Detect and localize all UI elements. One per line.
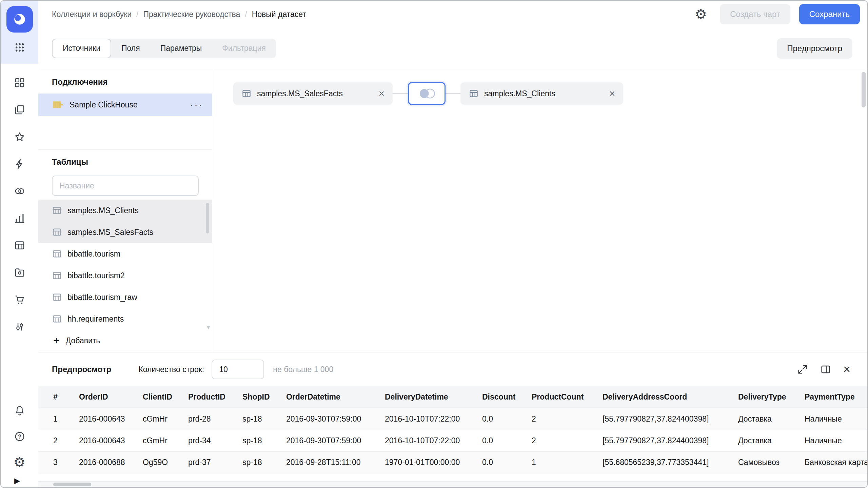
cell: 2 — [38, 430, 72, 451]
canvas-table-salesfacts[interactable]: samples.MS_SalesFacts × — [233, 82, 393, 105]
table-row: 3 2016-000688 Og59O prd-37 sp-18 2016-09… — [38, 451, 867, 473]
remove-table-icon[interactable]: × — [378, 88, 384, 99]
inner-join-icon — [414, 86, 440, 101]
window-vertical-scrollbar[interactable] — [862, 72, 866, 107]
column-header: # — [38, 386, 72, 408]
canvas-table-name: samples.MS_SalesFacts — [257, 89, 343, 98]
tab-parameters[interactable]: Параметры — [150, 39, 212, 58]
breadcrumb-collections[interactable]: Коллекции и воркбуки — [52, 10, 132, 19]
notifications-button[interactable] — [9, 401, 30, 420]
table-icon — [52, 249, 62, 259]
table-search-input[interactable] — [52, 176, 199, 196]
table-icon — [52, 314, 62, 324]
create-chart-button[interactable]: Создать чарт — [720, 4, 790, 24]
cell: cGmHr — [136, 430, 181, 451]
preview-toggle-button[interactable]: Предпросмотр — [777, 38, 852, 59]
tab-sources[interactable]: Источники — [52, 39, 111, 58]
nav-datasets-button[interactable] — [9, 236, 30, 255]
expand-icon — [797, 364, 808, 375]
join-type-button[interactable] — [408, 82, 446, 105]
tab-fields[interactable]: Поля — [111, 39, 150, 58]
dock-preview-button[interactable] — [820, 364, 831, 375]
nav-favorites-button[interactable] — [9, 127, 30, 146]
table-list-item[interactable]: bibattle.tourism2 — [38, 265, 212, 286]
save-button[interactable]: Сохранить — [799, 4, 860, 24]
table-name: bibattle.tourism — [67, 249, 120, 259]
cell: sp-18 — [236, 430, 279, 451]
table-icon — [52, 227, 62, 237]
scroll-down-icon[interactable]: ▾ — [207, 324, 210, 331]
table-list-item[interactable]: bibattle.tourism — [38, 243, 212, 265]
cell: prd-28 — [181, 408, 236, 430]
dataset-tabs: Источники Поля Параметры Фильтрация — [52, 39, 276, 58]
dataset-settings-button[interactable]: ⚙ — [691, 5, 711, 24]
tables-title: Таблицы — [52, 157, 212, 167]
column-header: ClientID — [136, 386, 181, 408]
table-icon — [52, 292, 62, 302]
breadcrumb-guides[interactable]: Практические руководства — [143, 10, 240, 19]
top-header: Коллекции и воркбуки / Практические руко… — [38, 1, 867, 28]
remove-table-icon[interactable]: × — [609, 88, 615, 99]
cart-icon — [14, 294, 25, 305]
collapse-sidebar-button[interactable]: ▶ — [14, 476, 20, 485]
nav-services-button[interactable] — [9, 317, 30, 336]
breadcrumb-separator: / — [136, 10, 138, 19]
apps-grid-button[interactable] — [9, 38, 30, 57]
join-canvas: samples.MS_SalesFacts × samples.MS_Clien… — [212, 69, 867, 352]
cell: 2016-10-10T07:22:00 — [378, 408, 475, 430]
help-button[interactable]: ? — [9, 427, 30, 446]
lightning-icon — [14, 158, 25, 170]
bar-chart-icon — [14, 212, 25, 224]
gear-icon: ⚙ — [695, 7, 707, 21]
cell: 2016-09-30T07:59:00 — [279, 430, 378, 451]
table-icon — [14, 240, 25, 251]
nav-storage-button[interactable] — [9, 263, 30, 282]
preview-panel: Предпросмотр Количество строк: не больше… — [38, 352, 867, 487]
header-actions: ⚙ Создать чарт Сохранить — [691, 4, 860, 24]
nav-charts-button[interactable] — [9, 209, 30, 228]
help-icon: ? — [14, 431, 25, 442]
table-name: samples.MS_SalesFacts — [67, 228, 153, 237]
expand-preview-button[interactable] — [797, 364, 808, 375]
preview-actions: × — [797, 363, 850, 375]
cell: 1970-01-01T00:00:00 — [378, 451, 475, 473]
table-list-item[interactable]: samples.MS_Clients — [38, 200, 212, 221]
table-list-item[interactable]: hh.requirements — [38, 308, 212, 330]
nav-dashboards-button[interactable] — [9, 73, 30, 92]
cell: [55.797790827,37.824400398] — [596, 408, 731, 430]
play-icon: ▶ — [14, 476, 20, 485]
cell: sp-18 — [236, 451, 279, 473]
row-count-hint: не больше 1 000 — [273, 365, 333, 374]
row-count-label: Количество строк: — [138, 365, 204, 374]
cell: Доставка — [731, 408, 798, 430]
table-list-item[interactable]: samples.MS_SalesFacts — [38, 221, 212, 243]
cell: sp-18 — [236, 408, 279, 430]
panel-layout-icon — [820, 364, 831, 375]
close-preview-button[interactable]: × — [843, 363, 850, 375]
add-table-button[interactable]: + Добавить — [38, 330, 212, 351]
more-menu-icon[interactable]: ··· — [190, 100, 203, 110]
nav-editor-button[interactable] — [9, 155, 30, 174]
tables-list: samples.MS_Clients samples.MS_SalesFacts… — [38, 200, 212, 330]
canvas-table-clients[interactable]: samples.MS_Clients × — [460, 82, 623, 105]
nav-marketplace-button[interactable] — [9, 290, 30, 309]
nav-workbooks-button[interactable] — [9, 100, 30, 119]
nav-connections-button[interactable] — [9, 182, 30, 201]
column-header: ShopID — [236, 386, 279, 408]
svg-text:?: ? — [18, 433, 21, 440]
datalens-logo[interactable] — [6, 6, 33, 33]
settings-button[interactable]: ⚙ — [9, 453, 30, 472]
cell: prd-37 — [181, 451, 236, 473]
cell: 0.0 — [475, 451, 525, 473]
horizontal-scrollbar-track — [38, 481, 867, 487]
row-count-input[interactable] — [212, 360, 264, 379]
tab-filtering: Фильтрация — [212, 39, 276, 58]
horizontal-scrollbar-thumb[interactable] — [53, 483, 91, 486]
cell: 2 — [525, 430, 596, 451]
workbooks-icon — [14, 104, 25, 116]
sliders-icon — [14, 321, 25, 332]
table-list-item[interactable]: bibattle.tourism_raw — [38, 286, 212, 308]
connection-item-sample-clickhouse[interactable]: Sample ClickHouse ··· — [38, 94, 212, 116]
cell: 2016-000643 — [72, 430, 136, 451]
tables-list-scrollbar[interactable] — [206, 203, 209, 233]
